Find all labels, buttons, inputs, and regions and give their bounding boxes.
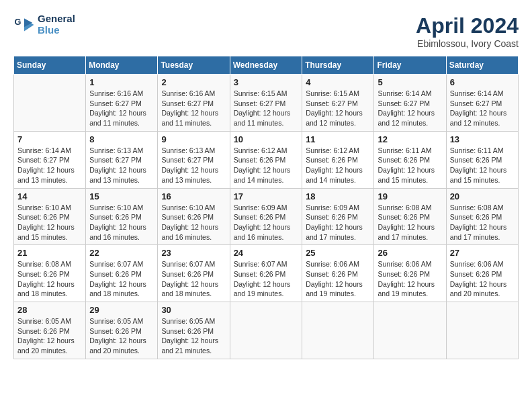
calendar-cell: 17Sunrise: 6:09 AM Sunset: 6:26 PM Dayli… <box>230 188 302 245</box>
day-info: Sunrise: 6:16 AM Sunset: 6:27 PM Dayligh… <box>89 89 154 128</box>
calendar-cell: 12Sunrise: 6:11 AM Sunset: 6:26 PM Dayli… <box>374 131 446 188</box>
day-number: 5 <box>378 77 442 87</box>
calendar-cell: 30Sunrise: 6:05 AM Sunset: 6:26 PM Dayli… <box>158 302 230 359</box>
calendar-cell: 13Sunrise: 6:11 AM Sunset: 6:26 PM Dayli… <box>446 131 518 188</box>
logo: G General Blue <box>13 13 75 36</box>
day-info: Sunrise: 6:10 AM Sunset: 6:26 PM Dayligh… <box>89 203 154 242</box>
day-info: Sunrise: 6:08 AM Sunset: 6:26 PM Dayligh… <box>378 203 442 242</box>
day-number: 16 <box>161 191 226 201</box>
calendar-cell: 29Sunrise: 6:05 AM Sunset: 6:26 PM Dayli… <box>86 302 158 359</box>
calendar-cell: 20Sunrise: 6:08 AM Sunset: 6:26 PM Dayli… <box>446 188 518 245</box>
month-title: April 2024 <box>416 13 519 38</box>
day-number: 7 <box>17 134 82 144</box>
calendar-cell: 24Sunrise: 6:07 AM Sunset: 6:26 PM Dayli… <box>230 245 302 302</box>
day-info: Sunrise: 6:08 AM Sunset: 6:26 PM Dayligh… <box>17 259 82 299</box>
calendar-cell: 14Sunrise: 6:10 AM Sunset: 6:26 PM Dayli… <box>14 188 86 245</box>
calendar-week-row: 1Sunrise: 6:16 AM Sunset: 6:27 PM Daylig… <box>14 75 519 132</box>
day-number: 15 <box>89 191 154 201</box>
day-info: Sunrise: 6:09 AM Sunset: 6:26 PM Dayligh… <box>306 203 370 242</box>
calendar-cell: 28Sunrise: 6:05 AM Sunset: 6:26 PM Dayli… <box>14 302 86 359</box>
day-info: Sunrise: 6:12 AM Sunset: 6:26 PM Dayligh… <box>234 146 299 185</box>
day-number: 9 <box>161 134 226 144</box>
day-number: 14 <box>17 191 82 201</box>
logo-line1: General <box>38 13 75 24</box>
day-info: Sunrise: 6:10 AM Sunset: 6:26 PM Dayligh… <box>161 203 226 242</box>
day-number: 28 <box>17 305 82 315</box>
day-info: Sunrise: 6:13 AM Sunset: 6:27 PM Dayligh… <box>161 146 226 185</box>
day-number: 26 <box>378 248 442 258</box>
calendar-cell: 23Sunrise: 6:07 AM Sunset: 6:26 PM Dayli… <box>158 245 230 302</box>
day-number: 19 <box>378 191 442 201</box>
day-header: Wednesday <box>230 56 302 75</box>
calendar-cell: 11Sunrise: 6:12 AM Sunset: 6:26 PM Dayli… <box>302 131 374 188</box>
day-number: 6 <box>450 77 515 87</box>
day-info: Sunrise: 6:08 AM Sunset: 6:26 PM Dayligh… <box>450 203 515 242</box>
day-info: Sunrise: 6:15 AM Sunset: 6:27 PM Dayligh… <box>306 89 370 128</box>
day-number: 27 <box>450 248 515 258</box>
header: G General Blue April 2024 Ebimlossou, Iv… <box>13 13 519 49</box>
calendar-week-row: 14Sunrise: 6:10 AM Sunset: 6:26 PM Dayli… <box>14 188 519 245</box>
calendar-cell: 9Sunrise: 6:13 AM Sunset: 6:27 PM Daylig… <box>158 131 230 188</box>
day-number: 18 <box>306 191 370 201</box>
calendar-cell: 18Sunrise: 6:09 AM Sunset: 6:26 PM Dayli… <box>302 188 374 245</box>
calendar-cell <box>14 75 86 132</box>
day-info: Sunrise: 6:15 AM Sunset: 6:27 PM Dayligh… <box>234 89 299 128</box>
calendar-header-row: SundayMondayTuesdayWednesdayThursdayFrid… <box>14 56 519 75</box>
day-info: Sunrise: 6:14 AM Sunset: 6:27 PM Dayligh… <box>17 146 82 185</box>
day-info: Sunrise: 6:11 AM Sunset: 6:26 PM Dayligh… <box>450 146 515 185</box>
calendar-cell: 10Sunrise: 6:12 AM Sunset: 6:26 PM Dayli… <box>230 131 302 188</box>
day-number: 22 <box>89 248 154 258</box>
day-number: 23 <box>161 248 226 258</box>
day-info: Sunrise: 6:16 AM Sunset: 6:27 PM Dayligh… <box>161 89 226 128</box>
day-header: Friday <box>374 56 446 75</box>
calendar-cell: 7Sunrise: 6:14 AM Sunset: 6:27 PM Daylig… <box>14 131 86 188</box>
day-header: Saturday <box>446 56 518 75</box>
calendar-cell: 15Sunrise: 6:10 AM Sunset: 6:26 PM Dayli… <box>86 188 158 245</box>
day-number: 21 <box>17 248 82 258</box>
calendar-cell: 5Sunrise: 6:14 AM Sunset: 6:27 PM Daylig… <box>374 75 446 132</box>
calendar-cell: 26Sunrise: 6:06 AM Sunset: 6:26 PM Dayli… <box>374 245 446 302</box>
day-header: Tuesday <box>158 56 230 75</box>
calendar-cell: 3Sunrise: 6:15 AM Sunset: 6:27 PM Daylig… <box>230 75 302 132</box>
day-number: 20 <box>450 191 515 201</box>
calendar-table: SundayMondayTuesdayWednesdayThursdayFrid… <box>13 56 519 359</box>
day-header: Thursday <box>302 56 374 75</box>
day-number: 17 <box>234 191 299 201</box>
day-info: Sunrise: 6:07 AM Sunset: 6:26 PM Dayligh… <box>234 259 299 299</box>
day-number: 24 <box>234 248 299 258</box>
day-info: Sunrise: 6:06 AM Sunset: 6:26 PM Dayligh… <box>378 259 442 299</box>
calendar-cell <box>446 302 518 359</box>
day-number: 10 <box>234 134 299 144</box>
calendar-cell <box>230 302 302 359</box>
day-header: Monday <box>86 56 158 75</box>
day-number: 4 <box>306 77 370 87</box>
svg-text:G: G <box>15 17 21 27</box>
location: Ebimlossou, Ivory Coast <box>416 38 519 49</box>
day-info: Sunrise: 6:11 AM Sunset: 6:26 PM Dayligh… <box>378 146 442 185</box>
day-info: Sunrise: 6:06 AM Sunset: 6:26 PM Dayligh… <box>306 259 370 299</box>
calendar-cell: 16Sunrise: 6:10 AM Sunset: 6:26 PM Dayli… <box>158 188 230 245</box>
title-area: April 2024 Ebimlossou, Ivory Coast <box>416 13 519 49</box>
logo-icon: G <box>13 14 35 36</box>
calendar-week-row: 7Sunrise: 6:14 AM Sunset: 6:27 PM Daylig… <box>14 131 519 188</box>
day-number: 8 <box>89 134 154 144</box>
day-info: Sunrise: 6:13 AM Sunset: 6:27 PM Dayligh… <box>89 146 154 185</box>
day-info: Sunrise: 6:09 AM Sunset: 6:26 PM Dayligh… <box>234 203 299 242</box>
calendar-week-row: 28Sunrise: 6:05 AM Sunset: 6:26 PM Dayli… <box>14 302 519 359</box>
day-number: 30 <box>161 305 226 315</box>
day-number: 2 <box>161 77 226 87</box>
calendar-cell: 21Sunrise: 6:08 AM Sunset: 6:26 PM Dayli… <box>14 245 86 302</box>
calendar-cell <box>302 302 374 359</box>
calendar-cell: 27Sunrise: 6:06 AM Sunset: 6:26 PM Dayli… <box>446 245 518 302</box>
day-number: 3 <box>234 77 299 87</box>
calendar-cell: 8Sunrise: 6:13 AM Sunset: 6:27 PM Daylig… <box>86 131 158 188</box>
day-header: Sunday <box>14 56 86 75</box>
calendar-cell: 22Sunrise: 6:07 AM Sunset: 6:26 PM Dayli… <box>86 245 158 302</box>
calendar-cell: 1Sunrise: 6:16 AM Sunset: 6:27 PM Daylig… <box>86 75 158 132</box>
calendar-cell: 25Sunrise: 6:06 AM Sunset: 6:26 PM Dayli… <box>302 245 374 302</box>
day-info: Sunrise: 6:14 AM Sunset: 6:27 PM Dayligh… <box>378 89 442 128</box>
day-info: Sunrise: 6:07 AM Sunset: 6:26 PM Dayligh… <box>161 259 226 299</box>
day-number: 25 <box>306 248 370 258</box>
day-info: Sunrise: 6:05 AM Sunset: 6:26 PM Dayligh… <box>161 316 226 356</box>
day-number: 1 <box>89 77 154 87</box>
